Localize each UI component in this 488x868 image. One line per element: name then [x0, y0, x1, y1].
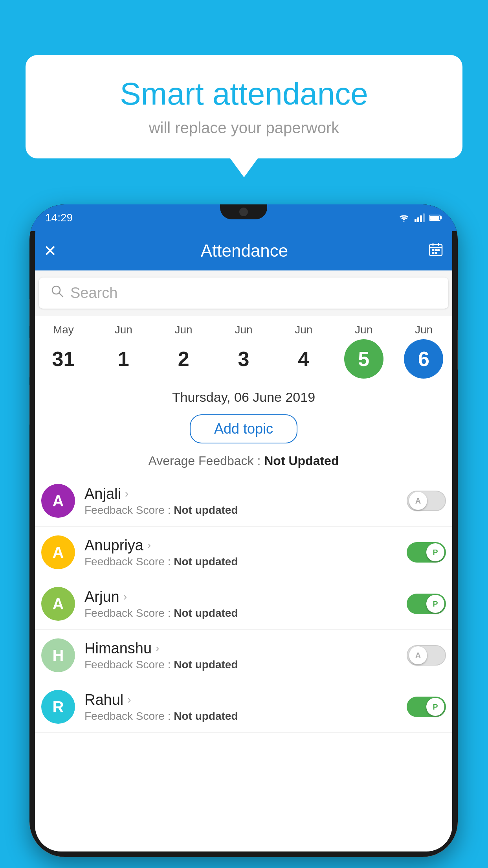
svg-rect-14: [432, 252, 434, 254]
avatar: H: [41, 638, 75, 672]
cal-month: Jun: [175, 324, 193, 336]
toggle-switch[interactable]: P: [407, 542, 446, 563]
status-icons: [398, 213, 442, 222]
toggle-switch[interactable]: P: [407, 594, 446, 614]
toggle-knob: A: [409, 492, 427, 510]
student-name-row: Anjali›: [84, 485, 407, 502]
close-button[interactable]: ✕: [44, 242, 57, 260]
svg-rect-12: [435, 249, 437, 251]
student-item-3[interactable]: HHimanshu›Feedback Score : Not updatedA: [29, 630, 458, 681]
feedback-score: Feedback Score : Not updated: [84, 607, 407, 620]
svg-rect-3: [423, 213, 425, 222]
volume-up-button: [29, 338, 30, 377]
bubble-subtitle: will replace your paperwork: [49, 119, 439, 137]
cal-date[interactable]: 5: [344, 339, 383, 379]
avg-feedback-value: Not Updated: [264, 454, 339, 468]
chevron-right-icon: ›: [127, 693, 131, 706]
cal-month: Jun: [295, 324, 312, 336]
student-item-0[interactable]: AAnjali›Feedback Score : Not updatedA: [29, 475, 458, 527]
toggle-switch[interactable]: A: [407, 491, 446, 511]
attendance-toggle[interactable]: P: [407, 697, 446, 717]
cal-day-6[interactable]: Jun6: [398, 324, 449, 379]
svg-rect-6: [430, 216, 439, 220]
student-name-row: Arjun›: [84, 588, 407, 605]
chevron-right-icon: ›: [156, 642, 159, 655]
search-icon: [51, 285, 64, 302]
cal-month: Jun: [355, 324, 372, 336]
student-name-row: Anupriya›: [84, 537, 407, 554]
student-info: Himanshu›Feedback Score : Not updated: [84, 640, 407, 671]
avg-feedback: Average Feedback : Not Updated: [29, 450, 458, 475]
student-info: Rahul›Feedback Score : Not updated: [84, 691, 407, 723]
chevron-right-icon: ›: [147, 539, 151, 552]
attendance-toggle[interactable]: P: [407, 542, 446, 563]
speech-bubble: Smart attendance will replace your paper…: [26, 55, 462, 158]
phone-notch: [220, 204, 267, 219]
avatar: R: [41, 690, 75, 724]
front-camera: [239, 208, 248, 216]
cal-month: Jun: [235, 324, 252, 336]
calendar-icon[interactable]: [428, 241, 444, 261]
cal-day-0[interactable]: May31: [38, 324, 89, 379]
feedback-score: Feedback Score : Not updated: [84, 504, 407, 517]
toggle-switch[interactable]: P: [407, 697, 446, 717]
feedback-score: Feedback Score : Not updated: [84, 658, 407, 671]
attendance-toggle[interactable]: A: [407, 645, 446, 666]
cal-date[interactable]: 4: [284, 339, 323, 379]
cal-day-5[interactable]: Jun5: [338, 324, 389, 379]
mute-button: [29, 299, 30, 326]
svg-rect-13: [437, 249, 440, 251]
cal-date[interactable]: 2: [164, 339, 203, 379]
feedback-score: Feedback Score : Not updated: [84, 710, 407, 723]
search-bar[interactable]: Search: [39, 278, 448, 309]
search-container: Search: [29, 270, 458, 316]
power-button: [457, 330, 458, 370]
student-name: Rahul: [84, 691, 123, 708]
svg-rect-1: [417, 217, 419, 222]
cal-date[interactable]: 31: [44, 339, 83, 379]
cal-date[interactable]: 1: [104, 339, 143, 379]
cal-month: Jun: [115, 324, 132, 336]
search-input[interactable]: Search: [70, 285, 117, 302]
cal-day-2[interactable]: Jun2: [158, 324, 209, 379]
student-name: Himanshu: [84, 640, 152, 657]
app-screen: ✕ Attendance: [29, 231, 458, 857]
cal-day-1[interactable]: Jun1: [98, 324, 149, 379]
attendance-toggle[interactable]: P: [407, 594, 446, 614]
toggle-knob: P: [426, 543, 444, 561]
svg-rect-5: [440, 216, 442, 219]
toggle-knob: P: [426, 698, 444, 716]
battery-icon: [429, 214, 442, 221]
cal-date[interactable]: 6: [404, 339, 443, 379]
toggle-knob: P: [426, 595, 444, 613]
avg-feedback-label: Average Feedback :: [149, 454, 264, 468]
student-info: Arjun›Feedback Score : Not updated: [84, 588, 407, 620]
student-name-row: Himanshu›: [84, 640, 407, 657]
wifi-icon: [398, 213, 410, 222]
toggle-switch[interactable]: A: [407, 645, 446, 666]
student-item-2[interactable]: AArjun›Feedback Score : Not updatedP: [29, 578, 458, 630]
bubble-title: Smart attendance: [49, 77, 439, 111]
student-item-1[interactable]: AAnupriya›Feedback Score : Not updatedP: [29, 527, 458, 578]
cal-date[interactable]: 3: [224, 339, 263, 379]
cal-day-3[interactable]: Jun3: [218, 324, 269, 379]
cal-month: May: [53, 324, 74, 336]
student-item-4[interactable]: RRahul›Feedback Score : Not updatedP: [29, 681, 458, 733]
chevron-right-icon: ›: [125, 487, 128, 500]
svg-rect-0: [415, 219, 416, 222]
student-name-row: Rahul›: [84, 691, 407, 708]
attendance-toggle[interactable]: A: [407, 491, 446, 511]
cal-day-4[interactable]: Jun4: [278, 324, 329, 379]
svg-rect-2: [420, 215, 422, 222]
student-info: Anjali›Feedback Score : Not updated: [84, 485, 407, 517]
feedback-score: Feedback Score : Not updated: [84, 555, 407, 568]
avatar: A: [41, 484, 75, 518]
toggle-knob: A: [409, 646, 427, 664]
phone-frame: 14:29: [29, 204, 458, 857]
avatar: A: [41, 587, 75, 621]
add-topic-button[interactable]: Add topic: [190, 414, 297, 443]
selected-date: Thursday, 06 June 2019: [29, 379, 458, 408]
status-time: 14:29: [45, 211, 73, 224]
cal-month: Jun: [415, 324, 433, 336]
app-bar: ✕ Attendance: [29, 231, 458, 270]
